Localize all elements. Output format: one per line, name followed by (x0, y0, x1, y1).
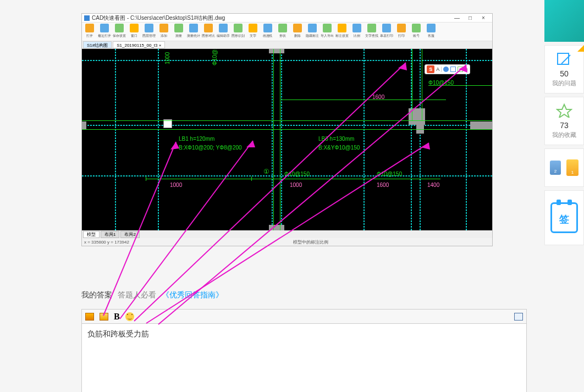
toolbar-label: 打开 (86, 34, 93, 38)
insert-image-icon[interactable] (85, 313, 94, 321)
toolbar-画连线[interactable]: 画连线 (260, 23, 275, 38)
lb1-label: LB1 h=120mm (179, 136, 214, 142)
my-favorites-card[interactable]: 73 我的收藏 (544, 97, 584, 145)
toolbar-编辑助手[interactable]: 编辑助手 (216, 23, 230, 38)
toolbar-icon (352, 24, 361, 32)
ime-mode: A (436, 67, 439, 72)
toolbar-label: 画连线 (263, 34, 273, 38)
toolbar-icon (204, 24, 213, 32)
mic-icon[interactable] (443, 67, 449, 72)
toolbar-隐藏标注[interactable]: 隐藏标注 (305, 23, 319, 38)
sidebar-banner[interactable] (544, 0, 584, 42)
my-questions-card[interactable]: 50 我的问题 (544, 45, 584, 93)
toolbar-label: 导入导出 (321, 34, 334, 38)
keyboard-icon[interactable] (450, 67, 456, 72)
toolbar-icon (367, 24, 376, 32)
lb1-spec: B:XΦ10@200; YΦ8@200 (179, 145, 242, 151)
close-button[interactable]: × (477, 15, 490, 21)
dim-1600-a: 1600 (377, 182, 389, 188)
settings-icon[interactable] (458, 67, 463, 72)
toolbar-icon (145, 24, 153, 32)
toolbar-添加[interactable]: 添加 (156, 23, 171, 38)
toolbar-icon (263, 24, 272, 32)
toolbar-导入导出[interactable]: 导入导出 (319, 23, 334, 38)
toolbar-label: 测量统计 (187, 34, 200, 38)
toolbar-icon (308, 24, 317, 32)
ime-menu-icon[interactable]: ≡ (465, 67, 468, 73)
toolbar-图形对比[interactable]: 图形对比 (201, 23, 216, 38)
toolbar-单基打印[interactable]: 单基打印 (379, 23, 394, 38)
toolbar-打开[interactable]: 打开 (82, 23, 97, 38)
edit-note-icon (556, 52, 572, 66)
silver-badge-icon (550, 161, 561, 175)
toolbar-icon (234, 24, 243, 32)
answer-header: 我的答案 答题人必看 《优秀回答指南》 (81, 290, 532, 300)
gold-badge-icon (566, 159, 579, 176)
maximize-button[interactable]: □ (464, 15, 477, 21)
lb3-label: LB3 h=130mm (318, 136, 354, 142)
toolbar-文字[interactable]: 文字 (245, 23, 260, 38)
badges-card[interactable] (544, 148, 584, 187)
toolbar-label: 删除 (294, 34, 301, 38)
editor-toolbar: B (82, 310, 526, 324)
toolbar-账号[interactable]: 账号 (409, 23, 423, 38)
toolbar-文字查找[interactable]: 文字查找 (364, 23, 379, 38)
toolbar-测量统计[interactable]: 测量统计 (186, 23, 201, 38)
phi10-150-b: Φ10@150 (377, 171, 402, 177)
toolbar-最近打开[interactable]: 最近打开 (97, 23, 112, 38)
editor-textarea[interactable]: 负筋和跨板受力筋 (82, 324, 526, 392)
sign-text: 签 (552, 213, 576, 226)
toolbar-label: 打印 (398, 34, 405, 38)
fullscreen-icon[interactable] (514, 313, 523, 321)
status-mid: 模型中的标注比例 (129, 239, 492, 245)
answer-guide-link[interactable]: 《优秀回答指南》 (162, 290, 223, 300)
dim-1000-v1: 1000 (164, 52, 170, 64)
app-logo-icon (84, 15, 90, 21)
toolbar-label: 图形对比 (202, 34, 215, 38)
toolbar-窗口[interactable]: 窗口 (126, 23, 141, 38)
toolbar-保存设置[interactable]: 保存设置 (112, 23, 126, 38)
layout1-tab[interactable]: 布局1 (101, 231, 119, 238)
emoji-icon[interactable] (125, 312, 134, 321)
corner-badge-icon (577, 44, 584, 52)
toolbar-label: 隐藏标注 (306, 34, 319, 38)
cad-drawing-canvas[interactable]: 1000 Φ10@200 LB1 h=120mm B:XΦ10@200; YΦ8… (82, 49, 492, 230)
toolbar-icon (174, 24, 183, 32)
dim-1000-c: 1000 (170, 182, 182, 188)
layout2-tab[interactable]: 布局2 (120, 231, 139, 238)
toolbar-删除[interactable]: 删除 (290, 23, 305, 38)
status-coords: x = 335800 y = 173942 (84, 240, 129, 245)
right-sidebar: 50 我的问题 73 我的收藏 签 (544, 0, 584, 245)
toolbar-测量[interactable]: 测量 (171, 23, 186, 38)
toolbar-图层管理[interactable]: 图层管理 (141, 23, 156, 38)
toolbar-icon (130, 24, 139, 32)
toolbar-客服[interactable]: 客服 (423, 23, 438, 38)
toolbar-icon (100, 24, 109, 32)
toolbar-icon (293, 24, 302, 32)
toolbar-icon (338, 24, 346, 32)
toolbar-比例[interactable]: 比例 (349, 23, 364, 38)
toolbar-label: 图形识别 (232, 34, 245, 38)
minimize-button[interactable]: — (450, 15, 464, 21)
file-tab[interactable]: S1#结构图 (83, 41, 112, 48)
answer-hint-prefix: 答题人必看 (118, 290, 156, 300)
ime-floating-toolbar[interactable]: S A ≡ (425, 64, 470, 74)
toolbar-打印[interactable]: 打印 (394, 23, 409, 38)
toolbar-标注设置[interactable]: 标注设置 (334, 23, 349, 38)
my-answer-label: 我的答案 (81, 290, 112, 300)
cad-status-bar: x = 335800 y = 173942 模型中的标注比例 (82, 238, 492, 246)
favorites-label: 我的收藏 (552, 131, 576, 139)
insert-image2-icon[interactable] (100, 313, 108, 321)
toolbar-形状[interactable]: 形状 (275, 23, 290, 38)
ime-logo-icon: S (427, 65, 434, 73)
sign-in-card[interactable]: 签 (544, 190, 584, 245)
toolbar-icon (382, 24, 391, 32)
file-sub-tab[interactable]: S1_20190115_00_t3 × (113, 41, 165, 48)
cad-toolbar: 打开最近打开保存设置窗口图层管理添加测量测量统计图形对比编辑助手图形识别文字画连… (82, 23, 492, 41)
questions-label: 我的问题 (552, 79, 576, 87)
phi10-150-c: Φ10@150 (428, 80, 454, 86)
bold-button[interactable]: B (114, 312, 120, 322)
cad-titlebar: CAD快速看图 - C:\Users\acer\Desktop\S1#结构图.d… (82, 14, 492, 23)
toolbar-图形识别[interactable]: 图形识别 (230, 23, 245, 38)
model-tab[interactable]: 模型 (83, 231, 100, 238)
